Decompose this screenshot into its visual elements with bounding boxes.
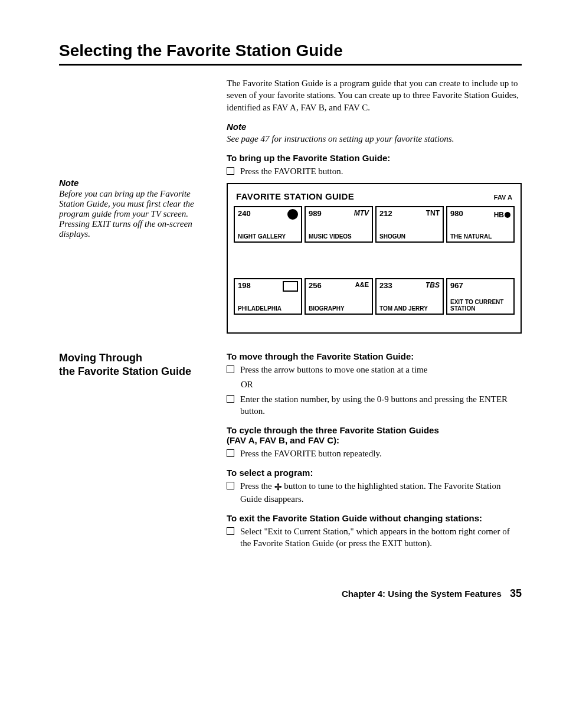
bullet-text: Select "Exit to Current Station," which …: [240, 525, 522, 550]
bullet-exit: Select "Exit to Current Station," which …: [227, 525, 522, 550]
subhead-select: To select a program:: [227, 468, 522, 478]
manual-page: Selecting the Favorite Station Guide Not…: [0, 0, 563, 623]
bullet-text: Enter the station number, by using the 0…: [240, 393, 522, 417]
checkbox-icon: [227, 167, 234, 175]
fsg-gap: [234, 243, 515, 278]
cell-program: THE NATURAL: [450, 233, 510, 240]
sidenote-body: Before you can bring up the Favorite Sta…: [59, 189, 212, 239]
cell-program: SHOGUN: [379, 233, 440, 240]
subhead-cycle-line1: To cycle through the three Favorite Stat…: [227, 425, 439, 435]
section-intro: Note Before you can bring up the Favorit…: [59, 77, 522, 351]
station-cell-256: 256 A&E BIOGRAPHY: [305, 278, 373, 315]
sidecol-2: Moving Through the Favorite Station Guid…: [59, 351, 212, 551]
text-pre: Press the: [240, 481, 274, 491]
cell-number: 212: [379, 209, 392, 218]
subhead-move: To move through the Favorite Station Gui…: [227, 351, 522, 361]
cell-number: 198: [238, 281, 251, 290]
fsg-header: FAVORITE STATION GUIDE FAV A: [234, 191, 515, 201]
fsg-row-2: 198 PHILADELPHIA 256 A&E BIOGRAPHY: [234, 278, 515, 315]
cell-program: NIGHT GALLERY: [238, 233, 298, 240]
bullet-favorite-repeat: Press the FAVORITE button repeatedly.: [227, 448, 522, 459]
cell-number: 967: [450, 281, 463, 290]
ae-logo-icon: A&E: [355, 281, 369, 288]
checkbox-icon: [227, 482, 234, 489]
cell-number: 256: [309, 281, 322, 290]
envelope-icon: [283, 281, 298, 293]
cell-program: TOM AND JERRY: [379, 305, 440, 312]
bullet-text: Press the arrow buttons to move one stat…: [240, 364, 522, 376]
station-cell-212: 212 TNT SHOGUN: [375, 206, 444, 243]
cell-number: 980: [450, 209, 463, 218]
fsg-fav-indicator: FAV A: [494, 194, 512, 201]
subhead-cycle: To cycle through the three Favorite Stat…: [227, 425, 522, 445]
abc-logo-icon: [287, 209, 298, 221]
page-footer: Chapter 4: Using the System Features 35: [59, 587, 522, 600]
or-text: OR: [241, 380, 522, 390]
station-cell-980: 980 HB THE NATURAL: [446, 206, 515, 243]
subhead-exit: To exit the Favorite Station Guide witho…: [227, 513, 522, 523]
note1-heading: Note: [227, 122, 522, 132]
cell-program: EXIT TO CURRENT STATION: [450, 299, 510, 312]
cell-program: MUSIC VIDEOS: [309, 233, 369, 240]
fsg-title: FAVORITE STATION GUIDE: [236, 191, 354, 201]
bullet-text: Press the FAVORITE button repeatedly.: [240, 448, 522, 459]
station-cell-967-exit: 967 EXIT TO CURRENT STATION: [446, 278, 515, 315]
favorite-station-guide-screenshot: FAVORITE STATION GUIDE FAV A 240 NIGHT G…: [227, 183, 522, 334]
sidehead-line1: Moving Through: [59, 352, 142, 364]
bullet-text: Press the ✢ button to tune to the highli…: [240, 480, 522, 505]
cell-number: 240: [238, 209, 251, 218]
title-rule: [59, 64, 522, 66]
bullet-press-favorite: Press the FAVORITE button.: [227, 165, 522, 177]
bullet-enter-number: Enter the station number, by using the 0…: [227, 393, 522, 417]
tnt-logo-icon: TNT: [426, 209, 440, 217]
tbs-logo-icon: TBS: [425, 281, 440, 289]
subhead-bringup: To bring up the Favorite Station Guide:: [227, 153, 522, 163]
fsg-row-1: 240 NIGHT GALLERY 989 MTV MUSIC VIDEOS: [234, 206, 515, 243]
station-cell-233: 233 TBS TOM AND JERRY: [375, 278, 444, 315]
sidenote-heading: Note: [59, 178, 212, 188]
bullet-text: Press the FAVORITE button.: [240, 165, 522, 177]
page-title: Selecting the Favorite Station Guide: [59, 41, 522, 60]
checkbox-icon: [227, 365, 234, 373]
cell-program: BIOGRAPHY: [309, 305, 369, 312]
checkbox-icon: [227, 527, 234, 535]
bullet-select-program: Press the ✢ button to tune to the highli…: [227, 480, 522, 505]
maincol-2: To move through the Favorite Station Gui…: [227, 351, 522, 551]
cell-number: 989: [309, 209, 322, 218]
station-cell-240: 240 NIGHT GALLERY: [234, 206, 302, 243]
cell-number: 233: [379, 281, 392, 290]
tune-plus-icon: ✢: [274, 481, 282, 493]
mtv-logo-icon: MTV: [354, 209, 369, 217]
maincol-1: The Favorite Station Guide is a program …: [227, 77, 522, 351]
station-cell-198: 198 PHILADELPHIA: [234, 278, 302, 315]
checkbox-icon: [227, 449, 234, 457]
bullet-arrow: Press the arrow buttons to move one stat…: [227, 364, 522, 376]
hbo-logo-icon: HB: [494, 209, 510, 219]
cell-program: PHILADELPHIA: [238, 305, 298, 312]
sidehead-line2: the Favorite Station Guide: [59, 365, 191, 377]
intro-paragraph: The Favorite Station Guide is a program …: [227, 77, 522, 113]
station-cell-989: 989 MTV MUSIC VIDEOS: [305, 206, 373, 243]
sidehead-moving: Moving Through the Favorite Station Guid…: [59, 351, 212, 378]
subhead-cycle-line2: (FAV A, FAV B, and FAV C):: [227, 435, 339, 445]
footer-page-number: 35: [510, 587, 522, 599]
checkbox-icon: [227, 395, 234, 403]
note1-body: See page 47 for instructions on setting …: [227, 133, 522, 145]
section-moving: Moving Through the Favorite Station Guid…: [59, 351, 522, 551]
footer-chapter: Chapter 4: Using the System Features: [342, 589, 502, 599]
sidecol-1: Note Before you can bring up the Favorit…: [59, 77, 212, 351]
